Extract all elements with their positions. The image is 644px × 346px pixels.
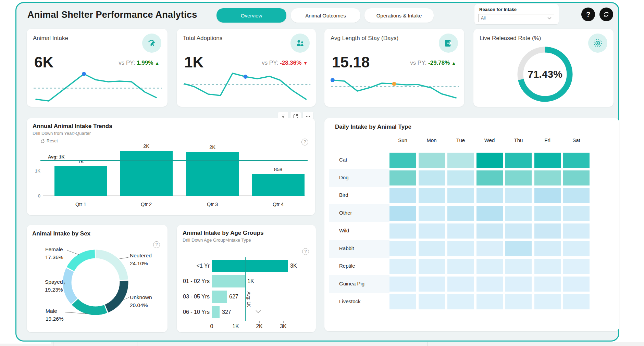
bar-qtr-2[interactable] xyxy=(120,151,173,196)
heatmap-cell-cat-wed[interactable] xyxy=(476,153,503,168)
heatmap-cell-livestock-mon[interactable] xyxy=(419,294,445,309)
kpi-icon-circle xyxy=(439,34,458,53)
heatmap-cell-guinea-pig-thu[interactable] xyxy=(505,277,532,292)
bar-qtr-4[interactable] xyxy=(252,174,305,196)
heatmap-cell-reptile-thu[interactable] xyxy=(505,259,532,274)
heatmap-cell-guinea-pig-sun[interactable] xyxy=(389,277,416,292)
heatmap-cell-dog-sat[interactable] xyxy=(563,170,590,185)
heatmap-cell-reptile-fri[interactable] xyxy=(534,259,561,274)
bar-value-label: 327 xyxy=(222,309,231,315)
bar-06-10-yrs[interactable] xyxy=(212,306,220,318)
heatmap-cell-guinea-pig-wed[interactable] xyxy=(476,277,503,292)
bar-03-05-yrs[interactable] xyxy=(212,291,227,303)
bar-qtr-3[interactable] xyxy=(186,152,239,196)
column-header-thu: Thu xyxy=(505,137,532,143)
heatmap-cell-guinea-pig-tue[interactable] xyxy=(447,277,474,292)
bar-qtr-1[interactable] xyxy=(54,166,107,196)
heatmap-cell-rabbit-tue[interactable] xyxy=(447,241,474,256)
heatmap-cell-other-mon[interactable] xyxy=(419,206,445,221)
tab-animal-outcomes[interactable]: Animal Outcomes xyxy=(291,8,360,23)
kpi-delta: 1.99% xyxy=(137,60,153,66)
help-icon[interactable]: ? xyxy=(153,241,160,248)
heatmap-cell-wild-mon[interactable] xyxy=(419,223,445,239)
row-label-bird: Bird xyxy=(339,192,348,198)
heatmap-cell-dog-sun[interactable] xyxy=(389,170,416,185)
heatmap-cell-other-sun[interactable] xyxy=(389,206,416,221)
help-button[interactable]: ? xyxy=(581,8,595,21)
heatmap-cell-rabbit-thu[interactable] xyxy=(505,241,532,256)
heatmap-cell-dog-mon[interactable] xyxy=(419,170,445,185)
heatmap-cell-cat-thu[interactable] xyxy=(505,153,532,168)
heatmap-cell-bird-sun[interactable] xyxy=(389,188,416,203)
heatmap-cell-bird-thu[interactable] xyxy=(505,188,532,203)
heatmap-cell-guinea-pig-sat[interactable] xyxy=(563,277,590,292)
heatmap-cell-cat-mon[interactable] xyxy=(419,153,445,168)
heatmap-cell-reptile-mon[interactable] xyxy=(419,259,445,274)
heatmap-cell-reptile-sun[interactable] xyxy=(389,259,416,274)
heatmap-cell-livestock-tue[interactable] xyxy=(447,294,474,309)
bar-01-02-yrs[interactable] xyxy=(212,275,245,287)
reason-for-intake-select[interactable]: All xyxy=(478,14,554,22)
heatmap-cell-bird-sat[interactable] xyxy=(563,188,590,203)
heatmap-cell-rabbit-wed[interactable] xyxy=(476,241,503,256)
heatmap-cell-bird-mon[interactable] xyxy=(419,188,445,203)
heatmap-cell-bird-wed[interactable] xyxy=(476,188,503,203)
kpi-sparkline xyxy=(177,66,316,107)
kpi-vs-py: vs PY: -28.36% ▼ xyxy=(262,60,308,66)
kpi-sparkline xyxy=(324,66,464,107)
heatmap-cell-bird-fri[interactable] xyxy=(534,188,561,203)
heatmap-cell-bird-tue[interactable] xyxy=(447,188,474,203)
kpi-vs-py: vs PY: 1.99% ▲ xyxy=(119,60,159,66)
heatmap-cell-reptile-tue[interactable] xyxy=(447,259,474,274)
heatmap-cell-wild-fri[interactable] xyxy=(534,223,561,239)
heatmap-cell-other-sat[interactable] xyxy=(563,206,590,221)
chevron-down-icon[interactable] xyxy=(255,310,262,314)
kpi-delta: -28.36% xyxy=(280,60,301,66)
heatmap-cell-livestock-sat[interactable] xyxy=(563,294,590,309)
row-label-rabbit: Rabbit xyxy=(339,245,354,251)
slice-label-unknown: Unknown20.04% xyxy=(130,293,152,309)
heatmap-cell-wild-wed[interactable] xyxy=(476,223,503,239)
tab-overview[interactable]: Overview xyxy=(216,8,286,23)
heatmap-cell-wild-thu[interactable] xyxy=(505,223,532,239)
heatmap-cell-rabbit-sun[interactable] xyxy=(389,241,416,256)
heatmap-cell-rabbit-fri[interactable] xyxy=(534,241,561,256)
row-label-wild: Wild xyxy=(339,228,349,233)
heatmap-cell-dog-wed[interactable] xyxy=(476,170,503,185)
average-line-label: Avg: 1K xyxy=(246,292,251,307)
heatmap-cell-rabbit-mon[interactable] xyxy=(419,241,445,256)
heatmap-cell-guinea-pig-mon[interactable] xyxy=(419,277,445,292)
heatmap-cell-livestock-thu[interactable] xyxy=(505,294,532,309)
heatmap-cell-cat-sun[interactable] xyxy=(389,153,416,168)
heatmap-cell-wild-sat[interactable] xyxy=(563,223,590,239)
refresh-button[interactable] xyxy=(599,8,613,21)
heatmap-cell-livestock-wed[interactable] xyxy=(476,294,503,309)
heatmap-cell-other-fri[interactable] xyxy=(534,206,561,221)
heatmap-cell-other-thu[interactable] xyxy=(505,206,532,221)
y-axis-tick-label: 1K xyxy=(29,168,40,174)
heatmap-cell-other-tue[interactable] xyxy=(447,206,474,221)
heatmap-cell-wild-sun[interactable] xyxy=(389,223,416,239)
heatmap-cell-wild-tue[interactable] xyxy=(447,223,474,239)
kpi-title: Live Released Rate (%) xyxy=(480,35,541,42)
tab-operations-intake[interactable]: Operations & Intake xyxy=(364,8,434,23)
intake-by-sex-card: Animal Intake by Sex ? Female17.36% Neut… xyxy=(27,225,168,332)
heatmap-cell-guinea-pig-fri[interactable] xyxy=(534,277,561,292)
heatmap-cell-cat-fri[interactable] xyxy=(534,153,561,168)
heatmap-cell-dog-fri[interactable] xyxy=(534,170,561,185)
heatmap-cell-rabbit-sat[interactable] xyxy=(563,241,590,256)
heatmap-cell-reptile-wed[interactable] xyxy=(476,259,503,274)
heatmap-cell-cat-tue[interactable] xyxy=(447,153,474,168)
heatmap-cell-reptile-sat[interactable] xyxy=(563,259,590,274)
heatmap-cell-dog-tue[interactable] xyxy=(447,170,474,185)
heatmap-cell-livestock-sun[interactable] xyxy=(389,294,416,309)
question-icon: ? xyxy=(586,11,590,18)
heatmap-cell-dog-thu[interactable] xyxy=(505,170,532,185)
bar--1-yr[interactable] xyxy=(212,260,288,272)
heatmap-cell-other-wed[interactable] xyxy=(476,206,503,221)
heatmap-cell-livestock-fri[interactable] xyxy=(534,294,561,309)
heatmap-cell-cat-sat[interactable] xyxy=(563,153,590,168)
x-axis-category-label: Qtr 1 xyxy=(54,202,107,207)
x-axis-tick xyxy=(212,321,212,323)
door-exit-icon xyxy=(443,38,454,48)
